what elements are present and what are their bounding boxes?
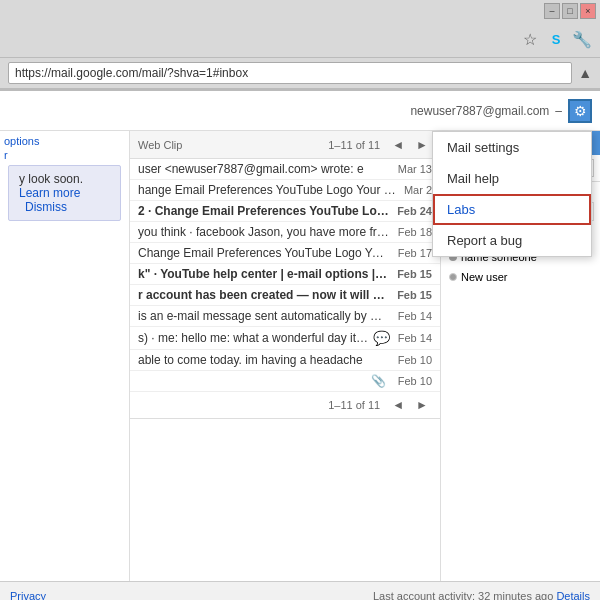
- email-sender: 2 · Change Email Preferences YouTube Log…: [138, 204, 389, 218]
- bottom-pagination: 1–11 of 11 ◄ ►: [130, 392, 440, 419]
- email-sender: able to come today. im having a headache: [138, 353, 390, 367]
- email-date: Feb 15: [397, 268, 432, 280]
- top-nav-arrows: 1–11 of 11 ◄ ►: [328, 136, 432, 154]
- webclip-header: Web Clip 1–11 of 11 ◄ ►: [130, 131, 440, 159]
- contact-dot: [449, 273, 457, 281]
- email-row[interactable]: hange Email Preferences YouTube Logo You…: [130, 180, 440, 201]
- email-sender: Change Email Preferences YouTube Logo Yo…: [138, 246, 390, 260]
- close-button[interactable]: ×: [580, 3, 596, 19]
- page-info-top: 1–11 of 11: [328, 139, 380, 151]
- settings-dropdown-menu: Mail settings Mail help Labs Report a bu…: [432, 131, 592, 257]
- email-date: Mar 13: [398, 163, 432, 175]
- email-sender: you think · facebook Jason, you have mor…: [138, 225, 390, 239]
- email-row[interactable]: 2 · Change Email Preferences YouTube Log…: [130, 201, 440, 222]
- email-date: Feb 10: [398, 354, 432, 366]
- email-row[interactable]: Change Email Preferences YouTube Logo Yo…: [130, 243, 440, 264]
- window-controls: – □ ×: [544, 3, 596, 19]
- email-sender: k" · YouTube help center | e-mail option…: [138, 267, 389, 281]
- prev-arrow-top[interactable]: ◄: [388, 136, 408, 154]
- address-bar-input[interactable]: [8, 62, 572, 84]
- webclip-label: Web Clip: [138, 139, 182, 151]
- dismiss-link[interactable]: Dismiss: [25, 200, 67, 214]
- email-date: Feb 10: [398, 375, 432, 387]
- email-row[interactable]: is an e-mail message sent automatically …: [130, 306, 440, 327]
- scroll-icon: ▲: [578, 65, 592, 81]
- privacy-link[interactable]: Privacy: [10, 590, 46, 601]
- attachment-icon: 📎: [371, 374, 386, 388]
- dropdown-report-bug[interactable]: Report a bug: [433, 225, 591, 256]
- gmail-container: newuser7887@gmail.com – ⚙ options r y lo…: [0, 91, 600, 581]
- email-row[interactable]: r account has been created — now it will…: [130, 285, 440, 306]
- address-bar-row: ▲: [0, 58, 600, 90]
- contact-name: New user: [461, 271, 507, 283]
- next-arrow-bottom[interactable]: ►: [412, 396, 432, 414]
- skype-icon[interactable]: S: [546, 30, 566, 50]
- dropdown-labs[interactable]: Labs: [433, 194, 591, 225]
- prev-arrow-bottom[interactable]: ◄: [388, 396, 408, 414]
- user-email: newuser7887@gmail.com: [410, 104, 549, 118]
- sidebar-link-r[interactable]: r: [4, 149, 125, 161]
- wrench-icon[interactable]: 🔧: [572, 30, 592, 50]
- next-arrow-top[interactable]: ►: [412, 136, 432, 154]
- notification-text: y look soon.: [19, 172, 83, 186]
- email-row[interactable]: k" · YouTube help center | e-mail option…: [130, 264, 440, 285]
- email-row[interactable]: 📎 Feb 10: [130, 371, 440, 392]
- dropdown-mail-help[interactable]: Mail help: [433, 163, 591, 194]
- page-info-bottom: 1–11 of 11: [328, 399, 380, 411]
- status-bar: Privacy Last account activity: 32 minute…: [0, 581, 600, 600]
- email-row[interactable]: able to come today. im having a headache…: [130, 350, 440, 371]
- chat-contact-newuser[interactable]: New user: [441, 267, 600, 287]
- bottom-nav-arrows: 1–11 of 11 ◄ ►: [328, 396, 432, 414]
- gmail-topbar: newuser7887@gmail.com – ⚙: [0, 91, 600, 131]
- email-date: Mar 2: [404, 184, 432, 196]
- email-date: Feb 15: [397, 289, 432, 301]
- email-date: Feb 24: [397, 205, 432, 217]
- email-sender: user <newuser7887@gmail.com> wrote: e: [138, 162, 390, 176]
- email-row[interactable]: s) · me: hello me: what a wonderful day …: [130, 327, 440, 350]
- email-date: Feb 18: [398, 226, 432, 238]
- user-separator: –: [555, 104, 562, 118]
- email-date: Feb 14: [398, 332, 432, 344]
- email-sender: hange Email Preferences YouTube Logo You…: [138, 183, 396, 197]
- email-sender: s) · me: hello me: what a wonderful day …: [138, 331, 369, 345]
- email-row[interactable]: user <newuser7887@gmail.com> wrote: e Ma…: [130, 159, 440, 180]
- sidebar-link-options[interactable]: options: [4, 135, 125, 147]
- email-list-area: Web Clip 1–11 of 11 ◄ ► user <newuser788…: [130, 131, 440, 581]
- notification-banner: y look soon. Learn more Dismiss: [8, 165, 121, 221]
- email-sender: r account has been created — now it will…: [138, 288, 389, 302]
- learn-more-link[interactable]: Learn more: [19, 186, 80, 200]
- minimize-button[interactable]: –: [544, 3, 560, 19]
- window-chrome: – □ × ☆ S 🔧 ▲: [0, 0, 600, 91]
- browser-toolbar: ☆ S 🔧: [0, 22, 600, 58]
- email-row[interactable]: you think · facebook Jason, you have mor…: [130, 222, 440, 243]
- maximize-button[interactable]: □: [562, 3, 578, 19]
- details-link[interactable]: Details: [556, 590, 590, 601]
- dropdown-mail-settings[interactable]: Mail settings: [433, 132, 591, 163]
- email-sender: is an e-mail message sent automatically …: [138, 309, 390, 323]
- title-bar: – □ ×: [0, 0, 600, 22]
- star-icon[interactable]: ☆: [520, 30, 540, 50]
- left-sidebar: options r y look soon. Learn more Dismis…: [0, 131, 130, 581]
- email-date: Feb 14: [398, 310, 432, 322]
- email-date: Feb 17: [398, 247, 432, 259]
- last-activity: Last account activity: 32 minutes ago De…: [373, 590, 590, 601]
- user-info: newuser7887@gmail.com – ⚙: [410, 99, 592, 123]
- settings-gear-button[interactable]: ⚙: [568, 99, 592, 123]
